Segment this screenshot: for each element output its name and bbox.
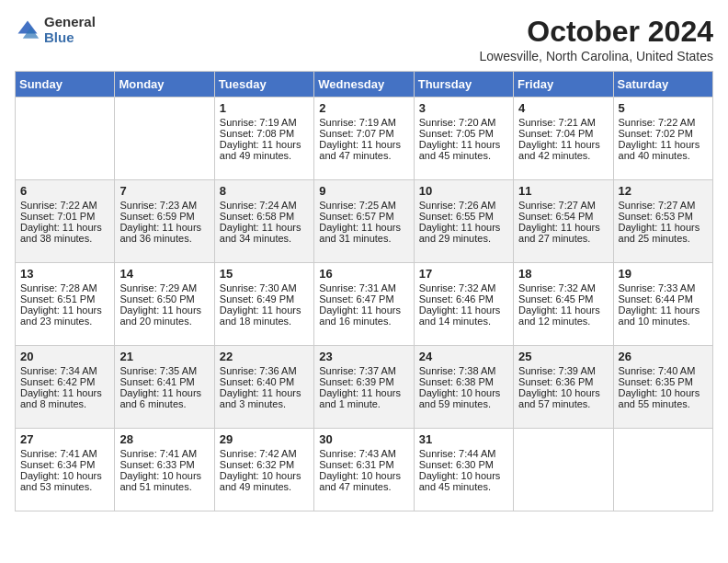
day-info: Sunset: 6:38 PM bbox=[419, 376, 508, 387]
day-number: 24 bbox=[419, 350, 508, 363]
day-info: Daylight: 11 hours and 25 minutes. bbox=[619, 222, 708, 244]
day-header-row: SundayMondayTuesdayWednesdayThursdayFrid… bbox=[16, 72, 713, 98]
week-row-5: 27Sunrise: 7:41 AMSunset: 6:34 PMDayligh… bbox=[16, 429, 713, 511]
week-row-2: 6Sunrise: 7:22 AMSunset: 7:01 PMDaylight… bbox=[16, 180, 713, 263]
day-info: Sunrise: 7:37 AM bbox=[319, 365, 408, 376]
calendar-cell: 30Sunrise: 7:43 AMSunset: 6:31 PMDayligh… bbox=[314, 429, 414, 511]
day-info: Daylight: 11 hours and 31 minutes. bbox=[319, 222, 408, 244]
day-info: Sunrise: 7:36 AM bbox=[220, 365, 309, 376]
day-info: Sunset: 6:55 PM bbox=[419, 211, 508, 222]
day-info: Daylight: 11 hours and 1 minute. bbox=[319, 387, 408, 409]
calendar-cell: 12Sunrise: 7:27 AMSunset: 6:53 PMDayligh… bbox=[613, 180, 712, 263]
calendar-subtitle: Lowesville, North Carolina, United State… bbox=[480, 49, 713, 63]
day-number: 19 bbox=[619, 267, 708, 281]
day-info: Sunset: 6:47 PM bbox=[319, 293, 408, 304]
day-number: 13 bbox=[20, 267, 109, 281]
day-number: 14 bbox=[119, 267, 209, 281]
calendar-table: SundayMondayTuesdayWednesdayThursdayFrid… bbox=[15, 71, 713, 511]
day-header-tuesday: Tuesday bbox=[214, 72, 313, 98]
day-info: Daylight: 11 hours and 29 minutes. bbox=[419, 222, 508, 244]
calendar-cell: 7Sunrise: 7:23 AMSunset: 6:59 PMDaylight… bbox=[115, 180, 214, 263]
day-info: Sunrise: 7:19 AM bbox=[319, 117, 408, 128]
day-number: 9 bbox=[319, 184, 408, 198]
day-info: Sunset: 6:53 PM bbox=[619, 211, 708, 222]
logo: General Blue bbox=[15, 15, 96, 45]
day-info: Sunset: 6:40 PM bbox=[220, 376, 309, 387]
day-info: Sunrise: 7:44 AM bbox=[419, 448, 508, 459]
calendar-title: October 2024 bbox=[480, 15, 713, 49]
day-info: Sunset: 6:34 PM bbox=[20, 459, 109, 470]
day-info: Sunset: 6:49 PM bbox=[220, 293, 309, 304]
calendar-cell: 1Sunrise: 7:19 AMSunset: 7:08 PMDaylight… bbox=[214, 98, 313, 180]
day-info: Sunset: 6:36 PM bbox=[518, 376, 608, 387]
calendar-cell: 3Sunrise: 7:20 AMSunset: 7:05 PMDaylight… bbox=[414, 98, 513, 180]
day-info: Sunset: 6:45 PM bbox=[518, 293, 608, 304]
day-number: 17 bbox=[419, 267, 508, 281]
calendar-cell: 17Sunrise: 7:32 AMSunset: 6:46 PMDayligh… bbox=[414, 263, 513, 346]
calendar-cell: 20Sunrise: 7:34 AMSunset: 6:42 PMDayligh… bbox=[16, 346, 115, 429]
day-info: Sunrise: 7:32 AM bbox=[518, 282, 608, 293]
day-info: Sunrise: 7:27 AM bbox=[619, 200, 708, 211]
page-header: General Blue October 2024 Lowesville, No… bbox=[15, 15, 713, 63]
day-info: Daylight: 11 hours and 18 minutes. bbox=[220, 304, 309, 327]
calendar-cell: 22Sunrise: 7:36 AMSunset: 6:40 PMDayligh… bbox=[214, 346, 313, 429]
day-number: 4 bbox=[518, 101, 608, 115]
calendar-cell: 26Sunrise: 7:40 AMSunset: 6:35 PMDayligh… bbox=[613, 346, 712, 429]
day-info: Daylight: 11 hours and 23 minutes. bbox=[20, 304, 109, 327]
day-info: Daylight: 11 hours and 47 minutes. bbox=[319, 139, 408, 161]
day-info: Daylight: 11 hours and 36 minutes. bbox=[119, 222, 209, 244]
day-number: 25 bbox=[518, 350, 608, 363]
day-info: Sunrise: 7:28 AM bbox=[20, 282, 109, 293]
week-row-1: 1Sunrise: 7:19 AMSunset: 7:08 PMDaylight… bbox=[16, 98, 713, 180]
calendar-cell: 6Sunrise: 7:22 AMSunset: 7:01 PMDaylight… bbox=[16, 180, 115, 263]
day-info: Daylight: 11 hours and 12 minutes. bbox=[518, 304, 608, 327]
day-info: Sunrise: 7:30 AM bbox=[220, 282, 309, 293]
day-info: Sunset: 7:07 PM bbox=[319, 128, 408, 139]
day-info: Daylight: 11 hours and 3 minutes. bbox=[220, 387, 309, 409]
calendar-cell: 29Sunrise: 7:42 AMSunset: 6:32 PMDayligh… bbox=[214, 429, 313, 511]
day-info: Sunset: 6:32 PM bbox=[220, 459, 309, 470]
day-info: Daylight: 11 hours and 45 minutes. bbox=[419, 139, 508, 161]
day-number: 23 bbox=[319, 350, 408, 363]
calendar-cell: 15Sunrise: 7:30 AMSunset: 6:49 PMDayligh… bbox=[214, 263, 313, 346]
day-info: Sunset: 6:54 PM bbox=[518, 211, 608, 222]
calendar-cell: 23Sunrise: 7:37 AMSunset: 6:39 PMDayligh… bbox=[314, 346, 414, 429]
day-info: Daylight: 11 hours and 38 minutes. bbox=[20, 222, 109, 244]
calendar-cell bbox=[514, 429, 613, 511]
day-info: Sunrise: 7:20 AM bbox=[419, 117, 508, 128]
day-info: Daylight: 11 hours and 16 minutes. bbox=[319, 304, 408, 327]
calendar-cell: 31Sunrise: 7:44 AMSunset: 6:30 PMDayligh… bbox=[414, 429, 513, 511]
day-info: Daylight: 10 hours and 55 minutes. bbox=[619, 387, 708, 409]
day-number: 18 bbox=[518, 267, 608, 281]
calendar-cell: 16Sunrise: 7:31 AMSunset: 6:47 PMDayligh… bbox=[314, 263, 414, 346]
day-info: Daylight: 10 hours and 53 minutes. bbox=[20, 470, 109, 492]
day-number: 2 bbox=[319, 101, 408, 115]
day-info: Sunset: 6:59 PM bbox=[119, 211, 209, 222]
calendar-cell: 10Sunrise: 7:26 AMSunset: 6:55 PMDayligh… bbox=[414, 180, 513, 263]
day-info: Sunset: 7:02 PM bbox=[619, 128, 708, 139]
day-info: Sunset: 7:08 PM bbox=[220, 128, 309, 139]
week-row-4: 20Sunrise: 7:34 AMSunset: 6:42 PMDayligh… bbox=[16, 346, 713, 429]
day-info: Sunset: 7:01 PM bbox=[20, 211, 109, 222]
day-info: Sunrise: 7:38 AM bbox=[419, 365, 508, 376]
day-number: 10 bbox=[419, 184, 508, 198]
day-info: Daylight: 11 hours and 8 minutes. bbox=[20, 387, 109, 409]
calendar-cell: 2Sunrise: 7:19 AMSunset: 7:07 PMDaylight… bbox=[314, 98, 414, 180]
day-info: Sunrise: 7:27 AM bbox=[518, 200, 608, 211]
day-info: Daylight: 10 hours and 49 minutes. bbox=[220, 470, 309, 492]
day-info: Daylight: 11 hours and 14 minutes. bbox=[419, 304, 508, 327]
day-number: 5 bbox=[619, 101, 708, 115]
day-info: Sunrise: 7:25 AM bbox=[319, 200, 408, 211]
day-number: 26 bbox=[619, 350, 708, 363]
day-number: 29 bbox=[220, 432, 309, 446]
day-info: Sunset: 6:50 PM bbox=[119, 293, 209, 304]
calendar-cell bbox=[115, 98, 214, 180]
calendar-cell: 14Sunrise: 7:29 AMSunset: 6:50 PMDayligh… bbox=[115, 263, 214, 346]
day-info: Daylight: 11 hours and 40 minutes. bbox=[619, 139, 708, 161]
day-number: 1 bbox=[220, 101, 309, 115]
day-number: 6 bbox=[20, 184, 109, 198]
day-number: 12 bbox=[619, 184, 708, 198]
day-info: Sunrise: 7:41 AM bbox=[119, 448, 209, 459]
day-info: Daylight: 11 hours and 34 minutes. bbox=[220, 222, 309, 244]
day-info: Sunrise: 7:33 AM bbox=[619, 282, 708, 293]
